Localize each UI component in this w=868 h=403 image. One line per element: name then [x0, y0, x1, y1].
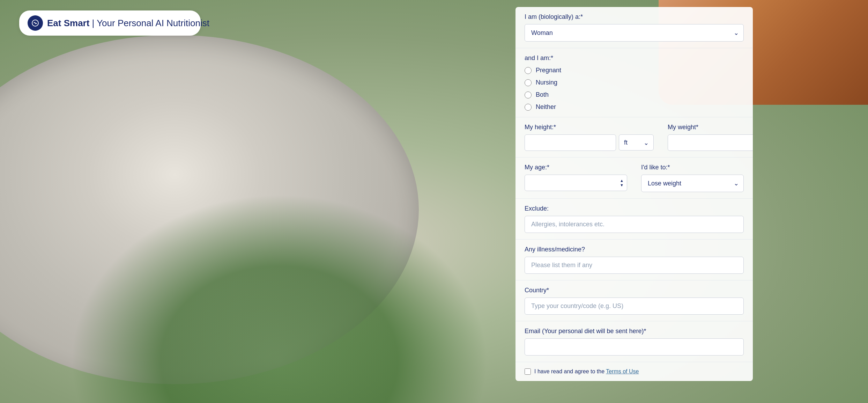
age-label: My age:*	[525, 164, 627, 171]
logo-icon	[28, 15, 43, 31]
age-spinner-arrows: ▲ ▼	[620, 179, 624, 187]
weight-inputs: lb kg ⌄	[668, 134, 753, 151]
age-up-arrow-icon: ▲	[620, 179, 624, 183]
radio-pregnant[interactable]	[525, 67, 532, 74]
country-label: Country*	[525, 287, 744, 294]
status-label: and I am:*	[525, 54, 744, 62]
email-section: Email (Your personal diet will be sent h…	[515, 321, 753, 362]
country-input[interactable]	[525, 298, 744, 315]
radio-item-both: Both	[525, 91, 744, 98]
radio-pregnant-label: Pregnant	[536, 67, 561, 74]
weight-number-input[interactable]	[668, 134, 753, 151]
status-radio-group: Pregnant Nursing Both Neither	[525, 67, 744, 111]
app-header: Eat Smart | Your Personal AI Nutritionis…	[19, 10, 201, 36]
goal-label: I'd like to:*	[641, 164, 744, 171]
radio-neither-label: Neither	[536, 103, 556, 111]
height-inputs: ft cm ⌄	[525, 134, 654, 151]
height-group: My height:* ft cm ⌄	[525, 124, 654, 151]
height-label: My height:*	[525, 124, 654, 131]
biological-sex-label: I am (biologically) a:*	[525, 13, 744, 21]
weight-label: My weight*	[668, 124, 753, 131]
terms-link[interactable]: Terms of Use	[606, 368, 639, 374]
radio-nursing-label: Nursing	[536, 79, 557, 86]
age-input-wrapper: ▲ ▼	[525, 175, 627, 191]
radio-item-nursing: Nursing	[525, 79, 744, 86]
goal-group: I'd like to:* Lose weight Gain weight Ma…	[641, 164, 744, 192]
age-group: My age:* ▲ ▼	[525, 164, 627, 192]
goal-select-wrapper: Lose weight Gain weight Maintain weight …	[641, 175, 744, 192]
goal-select[interactable]: Lose weight Gain weight Maintain weight …	[641, 175, 744, 192]
veggie-overlay	[70, 193, 489, 403]
app-title: Eat Smart | Your Personal AI Nutritionis…	[47, 18, 209, 29]
exclude-input[interactable]	[525, 216, 744, 233]
radio-neither[interactable]	[525, 104, 532, 111]
radio-both[interactable]	[525, 91, 532, 98]
exclude-section: Exclude:	[515, 198, 753, 239]
biological-sex-select[interactable]: Woman Man Other	[525, 24, 744, 42]
biological-sex-select-wrapper: Woman Man Other ⌄	[525, 24, 744, 42]
illness-section: Any illness/medicine?	[515, 239, 753, 280]
terms-row: I have read and agree to the Terms of Us…	[525, 368, 744, 375]
form-panel: I am (biologically) a:* Woman Man Other …	[515, 7, 753, 384]
terms-label: I have read and agree to the Terms of Us…	[534, 368, 639, 375]
height-weight-section: My height:* ft cm ⌄ My weight*	[515, 117, 753, 157]
email-label: Email (Your personal diet will be sent h…	[525, 328, 744, 335]
terms-checkbox[interactable]	[525, 368, 531, 375]
illness-label: Any illness/medicine?	[525, 246, 744, 253]
exclude-label: Exclude:	[525, 205, 744, 212]
radio-both-label: Both	[536, 91, 549, 98]
height-number-input[interactable]	[525, 134, 616, 151]
status-section: and I am:* Pregnant Nursing Both Neither	[515, 48, 753, 117]
height-unit-wrapper: ft cm ⌄	[619, 134, 654, 151]
age-input[interactable]	[525, 175, 627, 191]
illness-input[interactable]	[525, 257, 744, 274]
radio-nursing[interactable]	[525, 79, 532, 86]
biological-sex-section: I am (biologically) a:* Woman Man Other …	[515, 7, 753, 48]
height-unit-select[interactable]: ft cm	[619, 134, 654, 151]
top-panel: I am (biologically) a:* Woman Man Other …	[515, 7, 753, 381]
radio-item-neither: Neither	[525, 103, 744, 111]
email-input[interactable]	[525, 338, 744, 356]
country-section: Country*	[515, 280, 753, 321]
age-down-arrow-icon: ▼	[620, 183, 624, 187]
terms-section: I have read and agree to the Terms of Us…	[515, 362, 753, 381]
radio-item-pregnant: Pregnant	[525, 67, 744, 74]
weight-group: My weight* lb kg ⌄	[668, 124, 753, 151]
age-goal-section: My age:* ▲ ▼ I'd like to:* Lose weight	[515, 157, 753, 198]
